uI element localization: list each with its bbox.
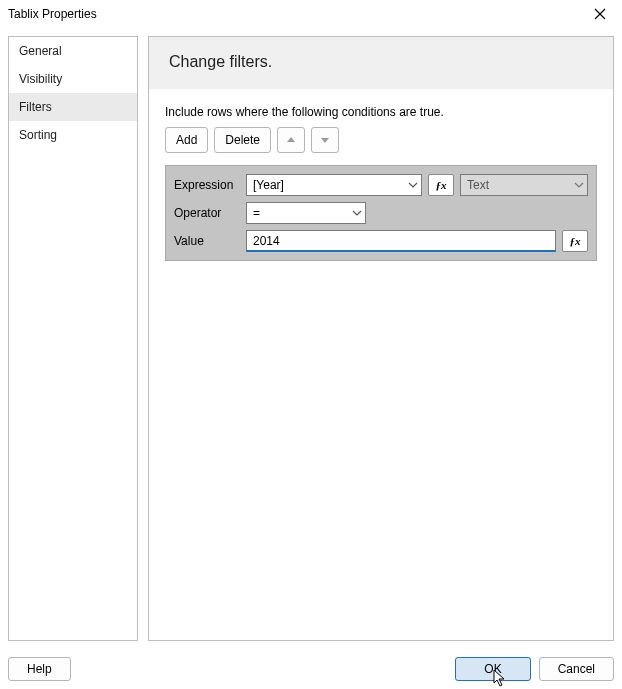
- arrow-up-icon: [286, 135, 296, 145]
- titlebar: Tablix Properties: [0, 0, 622, 28]
- instruction-text: Include rows where the following conditi…: [165, 105, 597, 119]
- delete-button[interactable]: Delete: [214, 127, 271, 153]
- help-button[interactable]: Help: [8, 657, 71, 681]
- fx-icon: ƒx: [436, 179, 447, 191]
- sidebar-item-label: Sorting: [19, 128, 57, 142]
- add-button[interactable]: Add: [165, 127, 208, 153]
- move-up-button[interactable]: [277, 127, 305, 153]
- chevron-down-icon: [352, 210, 362, 216]
- close-icon[interactable]: [586, 0, 614, 28]
- filter-toolbar: Add Delete: [165, 127, 597, 153]
- arrow-down-icon: [320, 135, 330, 145]
- sidebar-item-visibility[interactable]: Visibility: [9, 65, 137, 93]
- window-title: Tablix Properties: [8, 7, 586, 21]
- operator-combo[interactable]: =: [246, 202, 366, 224]
- chevron-down-icon: [574, 182, 584, 188]
- sidebar-item-sorting[interactable]: Sorting: [9, 121, 137, 149]
- expression-combo[interactable]: [Year]: [246, 174, 422, 196]
- operator-value: =: [253, 206, 260, 220]
- dialog-footer: Help OK Cancel: [0, 649, 622, 689]
- sidebar-item-filters[interactable]: Filters: [9, 93, 137, 121]
- value-fx-button[interactable]: ƒx: [562, 230, 588, 252]
- expression-value: [Year]: [253, 178, 284, 192]
- value-row: Value ƒx: [174, 230, 588, 252]
- type-value: Text: [467, 178, 489, 192]
- dialog-window: Tablix Properties General Visibility Fil…: [0, 0, 622, 689]
- cancel-button[interactable]: Cancel: [539, 657, 614, 681]
- dialog-body: General Visibility Filters Sorting Chang…: [0, 28, 622, 649]
- sidebar-item-label: Filters: [19, 100, 52, 114]
- sidebar: General Visibility Filters Sorting: [8, 36, 138, 641]
- sidebar-item-label: Visibility: [19, 72, 62, 86]
- fx-icon: ƒx: [570, 235, 581, 247]
- main-content: Include rows where the following conditi…: [149, 89, 613, 640]
- chevron-down-icon: [408, 182, 418, 188]
- value-input[interactable]: [246, 230, 556, 252]
- move-down-button[interactable]: [311, 127, 339, 153]
- sidebar-item-label: General: [19, 44, 62, 58]
- value-label: Value: [174, 234, 240, 248]
- expression-row: Expression [Year] ƒx Text: [174, 174, 588, 196]
- expression-label: Expression: [174, 178, 240, 192]
- filter-editor: Expression [Year] ƒx Text: [165, 165, 597, 261]
- operator-row: Operator =: [174, 202, 588, 224]
- type-combo[interactable]: Text: [460, 174, 588, 196]
- sidebar-item-general[interactable]: General: [9, 37, 137, 65]
- panel-heading: Change filters.: [149, 37, 613, 89]
- expression-fx-button[interactable]: ƒx: [428, 174, 454, 196]
- operator-label: Operator: [174, 206, 240, 220]
- main-panel: Change filters. Include rows where the f…: [148, 36, 614, 641]
- ok-button[interactable]: OK: [455, 657, 530, 681]
